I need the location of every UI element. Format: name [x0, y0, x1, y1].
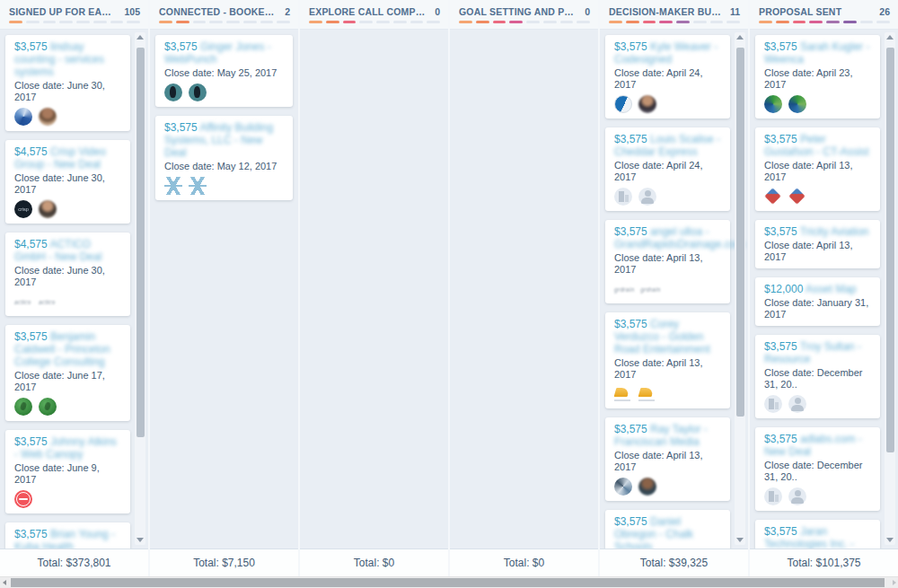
deal-avatars [14, 398, 121, 416]
stage-progress-bar [159, 21, 290, 23]
deal-amount[interactable]: $3,575 [614, 423, 650, 435]
deal-amount[interactable]: $12,000 [764, 283, 806, 295]
stage-title: GOAL SETTING AND PLANNING COMP... [459, 6, 577, 17]
deal-card[interactable]: $3,575 Troy Sultan - Resource Close date… [755, 335, 880, 418]
deal-close-date: Close date: April 13, 2017 [614, 357, 721, 381]
deal-amount[interactable]: $3,575 [764, 433, 800, 445]
contact-photo-avatar [638, 478, 656, 496]
scroll-down-icon[interactable] [886, 538, 894, 542]
company-logo-avatar [614, 95, 632, 113]
deal-card[interactable]: $3,575 Jaran Technologies Inc. - New Dea… [755, 520, 880, 549]
deal-amount[interactable]: $3,575 [14, 528, 50, 540]
stage-header: PROPOSAL SENT 26 [750, 0, 898, 30]
scroll-up-icon[interactable] [886, 35, 894, 39]
deal-card[interactable]: $3,575 Louis Scalise - Cheddar Express C… [605, 127, 730, 211]
horizontal-scrollbar[interactable] [0, 576, 898, 588]
deal-amount[interactable]: $3,575 [764, 525, 800, 538]
deal-card[interactable]: $3,575 Peter Gustafson - CT-Assist Close… [755, 127, 880, 211]
deal-amount[interactable]: $3,575 [14, 330, 50, 343]
stage-segment-filled [826, 21, 840, 23]
scroll-up-icon[interactable] [136, 35, 144, 39]
deal-card[interactable]: $3,575 Benjamin Caldwell - Princeton Col… [5, 325, 130, 421]
deal-amount[interactable]: $3,575 [614, 318, 650, 330]
deal-amount[interactable]: $3,575 [14, 40, 50, 53]
deal-title: $3,575 lindsay counting - services syste… [14, 40, 121, 78]
contact-photo-avatar [189, 177, 207, 195]
deal-card[interactable]: $4,575 Crisp Video Group - New Deal Clos… [5, 140, 130, 224]
deal-close-date: Close date: April 24, 2017 [614, 67, 721, 91]
deal-avatars [764, 395, 871, 413]
vertical-scrollbar-thumb[interactable] [736, 48, 744, 417]
deal-card[interactable]: $3,575 Sarah Kugler - Weenca Close date:… [755, 35, 880, 118]
scroll-right-icon[interactable] [893, 580, 896, 585]
deal-amount[interactable]: $3,575 [764, 133, 800, 145]
stage-segment-filled [609, 21, 622, 23]
stage-progress-bar [309, 21, 440, 23]
vertical-scrollbar[interactable] [885, 32, 895, 545]
deal-title: $3,575 Johnny Atkins - Web Canopy [14, 435, 121, 461]
company-logo-avatar: grdrain [614, 280, 634, 298]
vertical-scrollbar-thumb[interactable] [886, 48, 894, 452]
deal-avatars [614, 478, 721, 496]
deal-amount[interactable]: $3,575 [164, 121, 199, 134]
horizontal-scrollbar-thumb[interactable] [11, 578, 885, 587]
stage-deal-count: 11 [730, 6, 740, 17]
deal-amount[interactable]: $3,575 [164, 40, 200, 53]
deal-card[interactable]: $3,575 Daniel Obregon - Chalk Schools Cl… [605, 510, 730, 549]
stage-segment-filled [176, 21, 189, 23]
contact-photo-avatar [788, 95, 806, 113]
vertical-scrollbar-thumb[interactable] [136, 48, 145, 437]
deal-card[interactable]: $12,000 Asset Map Close date: January 31… [755, 277, 880, 326]
deal-card[interactable]: $3,575 Brian Young - Kuba Health Close d… [5, 522, 130, 549]
stage-total: Total: $39,325 [600, 549, 748, 576]
deal-card[interactable]: $3,575 adlabs.com - New Deal Close date:… [755, 427, 880, 511]
stage-segment-empty [876, 21, 890, 23]
deal-close-date: Close date: May 25, 2017 [164, 67, 284, 79]
deal-close-date: Close date: December 31, 20.. [764, 460, 871, 483]
scroll-down-icon[interactable] [136, 538, 144, 542]
deal-card[interactable]: $3,575 angel ulloa - GrandRapidsDrainage… [605, 220, 730, 303]
stage-segment-empty [726, 21, 740, 23]
deal-amount[interactable]: $3,575 [764, 225, 800, 238]
company-logo-avatar: actico [39, 293, 57, 311]
company-logo-avatar: actico [14, 293, 32, 311]
stage-card-list: $3,575 lindsay counting - services syste… [0, 30, 148, 549]
stage-segment-empty [526, 21, 540, 23]
deal-amount[interactable]: $3,575 [614, 515, 650, 528]
deal-close-date: Close date: April 13, 2017 [764, 160, 871, 183]
deal-card[interactable]: $3,575 Kyle Weaver - Codesigned Close da… [605, 35, 730, 118]
deal-card[interactable]: $3,575 Affinity Building Systems, LLC - … [155, 116, 293, 200]
deal-amount[interactable]: $3,575 [614, 40, 650, 53]
deal-avatars: crisp [14, 200, 121, 218]
deal-amount[interactable]: $4,575 [14, 145, 50, 158]
deal-amount[interactable]: $3,575 [764, 340, 800, 353]
deal-amount[interactable]: $4,575 [14, 238, 49, 250]
stage-total: Total: $101,375 [750, 549, 898, 576]
scroll-left-icon[interactable] [3, 580, 6, 585]
deal-name-link[interactable]: Asset Map [806, 283, 857, 295]
deal-avatars [14, 490, 121, 508]
stage-segment-empty [243, 21, 257, 23]
deal-card[interactable]: $3,575 Tricity Aviation Close date: Apri… [755, 220, 880, 268]
deal-card[interactable]: $4,575 ACTICO GmbH - New Deal Close date… [5, 233, 130, 316]
vertical-scrollbar[interactable] [135, 32, 145, 545]
vertical-scrollbar[interactable] [735, 32, 745, 545]
deal-close-date: Close date: April 13, 2017 [614, 450, 721, 473]
deal-amount[interactable]: $3,575 [764, 40, 800, 53]
deal-name-link[interactable]: Tricity Aviation [800, 225, 869, 238]
stage-segment-filled [476, 21, 489, 23]
company-logo-avatar [764, 188, 782, 206]
deal-card[interactable]: $3,575 Ginger Jones - WebPunch Close dat… [155, 35, 293, 107]
company-logo-avatar [614, 478, 632, 496]
deal-card[interactable]: $3,575 Johnny Atkins - Web Canopy Close … [5, 430, 130, 513]
scroll-down-icon[interactable] [736, 538, 744, 542]
deal-amount[interactable]: $3,575 [14, 435, 50, 448]
deal-amount[interactable]: $3,575 [614, 225, 650, 238]
deal-card[interactable]: $3,575 Corey Verduzco - Golden Road Ente… [605, 312, 730, 408]
deal-card[interactable]: $3,575 Ray Taylor - Franciscan Media Clo… [605, 417, 730, 501]
deal-close-date: Close date: May 12, 2017 [164, 161, 284, 172]
scroll-up-icon[interactable] [736, 35, 744, 39]
stage-segment-filled [626, 21, 639, 23]
deal-amount[interactable]: $3,575 [614, 133, 650, 145]
deal-card[interactable]: $3,575 lindsay counting - services syste… [5, 35, 130, 131]
